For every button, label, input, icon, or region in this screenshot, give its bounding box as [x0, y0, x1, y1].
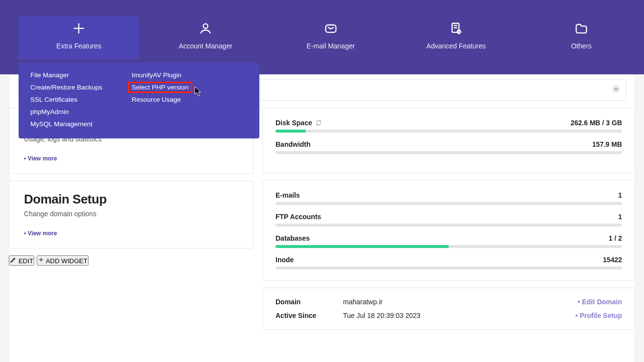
view-more-link[interactable]: • View more	[24, 230, 57, 237]
domain-info-card: Domain maharatwp.ir • Edit Domain Active…	[262, 288, 635, 330]
edit-button[interactable]: EDIT	[9, 255, 34, 266]
svg-point-12	[615, 88, 617, 90]
domain-setup-card: Domain Setup Change domain options • Vie…	[9, 181, 253, 249]
dropdown-item-backups[interactable]: Create/Restore Backups	[30, 83, 102, 92]
domain-value: maharatwp.ir	[343, 298, 383, 306]
dropdown-item-phpmyadmin[interactable]: phpMyAdmin	[30, 107, 102, 116]
nav-label: Account Manager	[179, 42, 232, 50]
refresh-icon[interactable]	[315, 119, 322, 126]
nav-advanced-features[interactable]: Advanced Features	[393, 16, 519, 60]
dropdown-col-1: File Manager Create/Restore Backups SSL …	[30, 70, 102, 129]
gear-icon[interactable]	[612, 85, 620, 95]
progress-bar	[276, 224, 622, 226]
stat-emails: E-mails 1	[276, 191, 622, 205]
svg-point-2	[203, 24, 207, 28]
edit-domain-link[interactable]: • Edit Domain	[578, 298, 622, 306]
stat-inode: Inode 15422	[276, 256, 622, 270]
nav-label: Advanced Features	[426, 42, 485, 50]
usage-stats-card: Disk Space 262.6 MB / 3 GB Bandwidth 157…	[262, 108, 635, 173]
nav-label: Extra Features	[56, 42, 101, 50]
dropdown-item-imunify[interactable]: ImunifyAV Plugin	[132, 70, 191, 80]
profile-setup-link[interactable]: • Profile Setup	[575, 312, 622, 319]
view-more-link[interactable]: • View more	[24, 155, 57, 162]
dropdown-item-mysql[interactable]: MySQL Management	[30, 119, 102, 129]
stat-disk-space: Disk Space 262.6 MB / 3 GB	[276, 119, 622, 133]
progress-bar	[276, 202, 622, 205]
dropdown-item-resource-usage[interactable]: Resource Usage	[132, 95, 191, 104]
nav-label: E-mail Manager	[307, 42, 355, 50]
cursor-pointer-icon	[194, 86, 202, 97]
pencil-icon	[10, 256, 17, 263]
plus-icon	[72, 22, 86, 35]
folder-icon	[575, 22, 588, 35]
nav-label: Others	[571, 42, 592, 50]
nav-others[interactable]: Others	[519, 16, 644, 60]
dropdown-item-file-manager[interactable]: File Manager	[30, 70, 102, 80]
document-gear-icon	[449, 22, 463, 35]
extra-features-dropdown: File Manager Create/Restore Backups SSL …	[19, 63, 259, 138]
card-title: Domain Setup	[24, 192, 238, 207]
plus-icon	[38, 256, 45, 263]
dropdown-item-ssl[interactable]: SSL Certificates	[30, 95, 102, 104]
add-widget-button[interactable]: ADD WIDGET	[37, 255, 89, 266]
progress-bar	[276, 267, 622, 270]
nav-email-manager[interactable]: E-mail Manager	[268, 16, 393, 60]
progress-bar	[276, 130, 622, 133]
mail-icon	[324, 22, 338, 35]
stat-bandwidth: Bandwidth 157.9 MB	[276, 140, 622, 154]
dropdown-col-2: ImunifyAV Plugin Select PHP version Reso…	[132, 70, 191, 129]
stat-ftp: FTP Accounts 1	[276, 213, 622, 226]
card-subtitle: Change domain options	[24, 210, 238, 218]
progress-bar	[276, 245, 622, 248]
progress-bar	[276, 151, 622, 154]
nav-extra-features[interactable]: Extra Features	[19, 16, 139, 60]
nav-account-manager[interactable]: Account Manager	[143, 16, 268, 60]
person-icon	[199, 22, 212, 35]
active-since-value: Tue Jul 18 20:39:03 2023	[343, 312, 420, 319]
resource-counts-card: E-mails 1 FTP Accounts 1 Databases 1 /	[262, 180, 635, 281]
stat-databases: Databases 1 / 2	[276, 234, 622, 248]
dropdown-item-php-version[interactable]: Select PHP version	[129, 83, 191, 92]
